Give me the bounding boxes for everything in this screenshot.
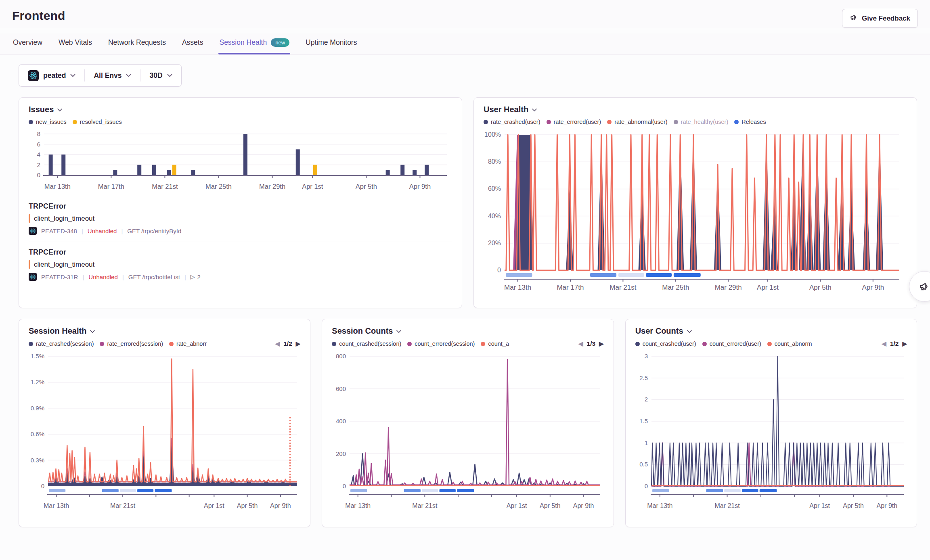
tab-network-requests[interactable]: Network Requests — [107, 33, 167, 54]
svg-text:Apr 1st: Apr 1st — [204, 502, 224, 509]
environment-selector[interactable]: All Envs — [84, 69, 140, 81]
svg-text:Mar 21st: Mar 21st — [413, 502, 438, 509]
svg-text:Mar 29th: Mar 29th — [259, 183, 285, 190]
legend-item[interactable]: rate_crashed(session) — [29, 341, 94, 347]
legend-item[interactable]: rate_healthy(user) — [674, 119, 729, 125]
series-dot — [674, 120, 678, 124]
give-feedback-button[interactable]: Give Feedback — [842, 9, 918, 28]
series-dot — [73, 120, 77, 124]
user-counts-panel-title[interactable]: User Counts — [635, 326, 907, 336]
legend-item[interactable]: count_crashed(user) — [635, 341, 696, 347]
svg-text:Apr 9th: Apr 9th — [862, 284, 884, 291]
tab-assets[interactable]: Assets — [181, 33, 204, 54]
legend-item[interactable]: rate_abnormal(user) — [607, 119, 667, 125]
svg-text:Mar 21st: Mar 21st — [610, 284, 636, 291]
svg-text:Apr 9th: Apr 9th — [409, 183, 431, 190]
issue-transaction: GET /trpc/bottleList — [128, 274, 180, 280]
svg-text:Apr 1st: Apr 1st — [507, 502, 527, 509]
legend-pager: ◀ 1/3 ▶ — [575, 340, 604, 347]
main-content: peated All Envs 30D Issues new_issues re… — [0, 54, 930, 527]
pager-prev-button[interactable]: ◀ — [275, 340, 280, 347]
issue-status: Unhandled — [88, 274, 118, 280]
issue-error-type[interactable]: TRPCError — [29, 202, 452, 211]
chevron-down-icon — [687, 330, 692, 333]
svg-text:200: 200 — [336, 450, 346, 457]
issue-row[interactable]: TRPCError client_login_timeout PEATED-34… — [29, 197, 452, 241]
pager-next-button[interactable]: ▶ — [296, 340, 301, 347]
svg-text:Apr 5th: Apr 5th — [237, 502, 258, 509]
svg-text:6: 6 — [37, 141, 40, 148]
svg-text:0.9%: 0.9% — [31, 405, 44, 412]
project-name: peated — [43, 71, 66, 80]
tab-web-vitals[interactable]: Web Vitals — [58, 33, 93, 54]
pager-next-button[interactable]: ▶ — [599, 340, 604, 347]
svg-text:20%: 20% — [488, 240, 501, 247]
series-dot — [29, 120, 33, 124]
svg-text:2: 2 — [644, 396, 647, 403]
series-dot — [607, 120, 612, 124]
legend-pager: ◀ 1/2 ▶ — [878, 340, 907, 347]
environment-value: All Envs — [94, 71, 121, 80]
replay-count[interactable]: ▷2 — [191, 274, 201, 280]
svg-text:Mar 25th: Mar 25th — [662, 284, 689, 291]
pager-next-button[interactable]: ▶ — [902, 340, 907, 347]
legend-item[interactable]: resolved_issues — [73, 119, 122, 125]
svg-text:Apr 5th: Apr 5th — [540, 502, 561, 509]
svg-text:1.5%: 1.5% — [31, 353, 44, 359]
session-counts-panel-title[interactable]: Session Counts — [332, 326, 603, 336]
chevron-down-icon — [167, 74, 172, 77]
svg-text:Apr 1st: Apr 1st — [302, 183, 323, 190]
issues-panel-title[interactable]: Issues — [29, 105, 452, 114]
tab-overview[interactable]: Overview — [12, 33, 43, 54]
svg-text:2.5: 2.5 — [639, 374, 648, 381]
date-range-value: 30D — [149, 71, 162, 80]
issue-row[interactable]: TRPCError client_login_timeout PEATED-31… — [29, 243, 452, 287]
session-health-panel-title[interactable]: Session Health — [29, 326, 300, 336]
svg-text:80%: 80% — [488, 158, 501, 165]
issues-bar-chart[interactable]: 02468Mar 13thMar 17thMar 21stMar 25thMar… — [29, 128, 452, 193]
legend-item[interactable]: count_errored(session) — [407, 341, 475, 347]
svg-text:0: 0 — [37, 171, 40, 178]
session-health-chart[interactable]: 00.3%0.6%0.9%1.2%1.5%Mar 13thMar 21stApr… — [29, 351, 300, 515]
legend-item[interactable]: new_issues — [29, 119, 67, 125]
issue-short-id: PEATED-31R — [41, 274, 78, 280]
session-counts-panel: Session Counts count_crashed(session) co… — [322, 319, 614, 527]
series-dot — [702, 342, 707, 346]
chevron-down-icon — [70, 74, 75, 77]
svg-text:1.5: 1.5 — [639, 418, 648, 424]
chevron-down-icon — [90, 330, 95, 333]
legend-item[interactable]: rate_crashed(user) — [484, 119, 540, 125]
tab-session-health[interactable]: Session Health new — [218, 33, 290, 54]
react-project-icon — [29, 273, 37, 281]
project-selector[interactable]: peated — [19, 69, 84, 81]
pager-prev-button[interactable]: ◀ — [882, 340, 886, 347]
series-dot — [734, 120, 739, 124]
issue-error-type[interactable]: TRPCError — [29, 248, 452, 257]
date-range-selector[interactable]: 30D — [140, 69, 181, 81]
legend-item[interactable]: rate_abnorr — [169, 341, 207, 347]
svg-text:0: 0 — [497, 267, 501, 274]
legend-item[interactable]: count_abnorm — [767, 341, 812, 347]
svg-text:Apr 5th: Apr 5th — [809, 284, 832, 291]
legend-item[interactable]: Releases — [734, 119, 766, 125]
user-health-chart[interactable]: 020%40%60%80%100%Mar 13thMar 17thMar 21s… — [484, 128, 907, 294]
user-health-panel-title[interactable]: User Health — [484, 105, 907, 114]
issue-culprit-text: client_login_timeout — [34, 215, 94, 223]
issues-list: TRPCError client_login_timeout PEATED-34… — [29, 197, 452, 287]
svg-text:3: 3 — [644, 353, 647, 359]
react-project-icon — [28, 70, 39, 81]
legend-item[interactable]: rate_errored(user) — [547, 119, 601, 125]
series-dot — [29, 342, 33, 346]
legend-item[interactable]: rate_errored(session) — [100, 341, 163, 347]
legend-item[interactable]: count_a — [481, 341, 509, 347]
series-dot — [767, 342, 772, 346]
session-counts-chart[interactable]: 0200400600800Mar 13thMar 21stApr 1stApr … — [332, 351, 603, 515]
tab-uptime-monitors[interactable]: Uptime Monitors — [305, 33, 358, 54]
svg-text:Mar 13th: Mar 13th — [44, 502, 69, 509]
legend-item[interactable]: count_crashed(session) — [332, 341, 401, 347]
pager-page: 1/3 — [587, 340, 596, 347]
svg-text:60%: 60% — [488, 185, 501, 192]
pager-prev-button[interactable]: ◀ — [578, 340, 583, 347]
legend-item[interactable]: count_errored(user) — [702, 341, 761, 347]
user-counts-chart[interactable]: 00.511.522.53Mar 13thMar 21stApr 1stApr … — [635, 351, 907, 515]
